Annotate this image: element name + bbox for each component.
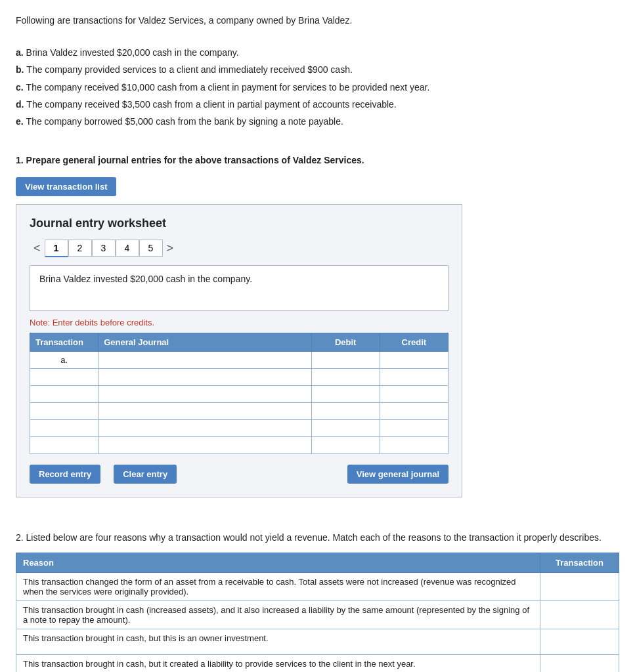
general-journal-input[interactable] (99, 369, 311, 385)
reason-row: This transaction brought in cash, but th… (16, 629, 619, 654)
tab-buttons: 12345 (45, 240, 163, 257)
record-entry-button[interactable]: Record entry (30, 465, 100, 484)
table-row (30, 368, 449, 385)
reason-transaction-cell[interactable] (540, 600, 619, 629)
tab-button-1[interactable]: 1 (45, 240, 68, 257)
transaction-cell (30, 368, 99, 385)
note-text: Note: Enter debits before credits. (30, 318, 449, 327)
tab-button-4[interactable]: 4 (116, 240, 139, 257)
debit-cell[interactable] (311, 351, 380, 368)
reason-transaction-cell[interactable] (540, 629, 619, 654)
transaction-cell: a. (30, 351, 99, 368)
table-row (30, 402, 449, 419)
tab-navigation: < 12345 > (30, 240, 449, 257)
transaction-list: a. Brina Valdez invested $20,000 cash in… (16, 45, 619, 129)
general-journal-input[interactable] (99, 403, 311, 419)
worksheet-title: Journal entry worksheet (30, 217, 449, 230)
table-row (30, 419, 449, 436)
reason-transaction-cell[interactable] (540, 654, 619, 672)
general-journal-cell[interactable] (99, 385, 311, 402)
section2-label-number: 2. (16, 532, 24, 543)
reason-col-header: Reason (16, 553, 540, 572)
transaction-item: a. Brina Valdez invested $20,000 cash in… (16, 45, 619, 60)
intro-section: Following are transactions for Valdez Se… (16, 13, 619, 168)
credit-cell[interactable] (380, 385, 448, 402)
reason-text: This transaction brought in cash, but th… (16, 629, 540, 654)
reason-text: This transaction changed the form of an … (16, 572, 540, 600)
credit-input[interactable] (380, 403, 448, 419)
view-general-journal-button[interactable]: View general journal (347, 465, 449, 484)
tab-button-2[interactable]: 2 (68, 240, 92, 257)
credit-input[interactable] (380, 437, 448, 453)
general-journal-cell[interactable] (99, 436, 311, 453)
general-journal-cell[interactable] (99, 402, 311, 419)
reason-transaction-input[interactable] (540, 655, 619, 672)
transaction-cell (30, 385, 99, 402)
intro-heading: Following are transactions for Valdez Se… (16, 13, 619, 28)
debit-cell[interactable] (311, 368, 380, 385)
reason-text: This transaction brought in cash (increa… (16, 600, 540, 629)
journal-tbody: a. (30, 351, 449, 453)
debit-cell[interactable] (311, 402, 380, 419)
transaction-item: e. The company borrowed $5,000 cash from… (16, 114, 619, 129)
col-header-transaction: Transaction (30, 333, 99, 351)
credit-input[interactable] (380, 386, 448, 402)
debit-input[interactable] (312, 403, 380, 419)
debit-input[interactable] (312, 437, 380, 453)
transaction-description: Brina Valdez invested $20,000 cash in th… (30, 265, 449, 311)
debit-input[interactable] (312, 420, 380, 436)
transaction-cell (30, 419, 99, 436)
general-journal-cell[interactable] (99, 419, 311, 436)
general-journal-input[interactable] (99, 352, 311, 368)
col-header-credit: Credit (380, 333, 448, 351)
tab-button-5[interactable]: 5 (139, 240, 163, 257)
debit-cell[interactable] (311, 419, 380, 436)
credit-cell[interactable] (380, 368, 448, 385)
debit-input[interactable] (312, 352, 380, 368)
general-journal-input[interactable] (99, 386, 311, 402)
tab-button-3[interactable]: 3 (92, 240, 116, 257)
debit-input[interactable] (312, 369, 380, 385)
credit-cell[interactable] (380, 436, 448, 453)
view-transaction-list-button[interactable]: View transaction list (16, 177, 116, 196)
table-row (30, 436, 449, 453)
credit-cell[interactable] (380, 419, 448, 436)
debit-cell[interactable] (311, 436, 380, 453)
general-journal-input[interactable] (99, 420, 311, 436)
reason-transaction-input[interactable] (540, 573, 619, 598)
credit-input[interactable] (380, 369, 448, 385)
general-journal-input[interactable] (99, 437, 311, 453)
journal-table: Transaction General Journal Debit Credit… (30, 333, 449, 454)
question1-label: 1. Prepare general journal entries for t… (16, 153, 619, 167)
table-row (30, 385, 449, 402)
reason-row: This transaction changed the form of an … (16, 572, 619, 600)
col-header-journal: General Journal (99, 333, 311, 351)
credit-cell[interactable] (380, 351, 448, 368)
general-journal-cell[interactable] (99, 351, 311, 368)
transaction-cell (30, 436, 99, 453)
prev-tab-button[interactable]: < (30, 240, 45, 257)
reason-row: This transaction brought in cash (increa… (16, 600, 619, 629)
credit-cell[interactable] (380, 402, 448, 419)
reason-transaction-input[interactable] (540, 601, 619, 626)
transaction-item: c. The company received $10,000 cash fro… (16, 80, 619, 94)
debit-input[interactable] (312, 386, 380, 402)
reason-text: This transaction brought in cash, but it… (16, 654, 540, 672)
debit-cell[interactable] (311, 385, 380, 402)
transaction-item: d. The company received $3,500 cash from… (16, 97, 619, 112)
journal-entry-worksheet: Journal entry worksheet < 12345 > Brina … (16, 204, 462, 497)
reason-transaction-input[interactable] (540, 629, 619, 654)
section2: 2. Listed below are four reasons why a t… (16, 530, 619, 672)
next-tab-button[interactable]: > (163, 240, 178, 257)
section2-description: 2. Listed below are four reasons why a t… (16, 530, 619, 545)
reason-transaction-cell[interactable] (540, 572, 619, 600)
action-buttons: Record entry Clear entry View general jo… (30, 465, 449, 484)
reason-tbody: This transaction changed the form of an … (16, 572, 619, 672)
section2-label-text: Listed below are four reasons why a tran… (26, 532, 602, 543)
transaction-col-header: Transaction (540, 553, 619, 572)
credit-input[interactable] (380, 420, 448, 436)
clear-entry-button[interactable]: Clear entry (114, 465, 177, 484)
col-header-debit: Debit (311, 333, 380, 351)
general-journal-cell[interactable] (99, 368, 311, 385)
credit-input[interactable] (380, 352, 448, 368)
